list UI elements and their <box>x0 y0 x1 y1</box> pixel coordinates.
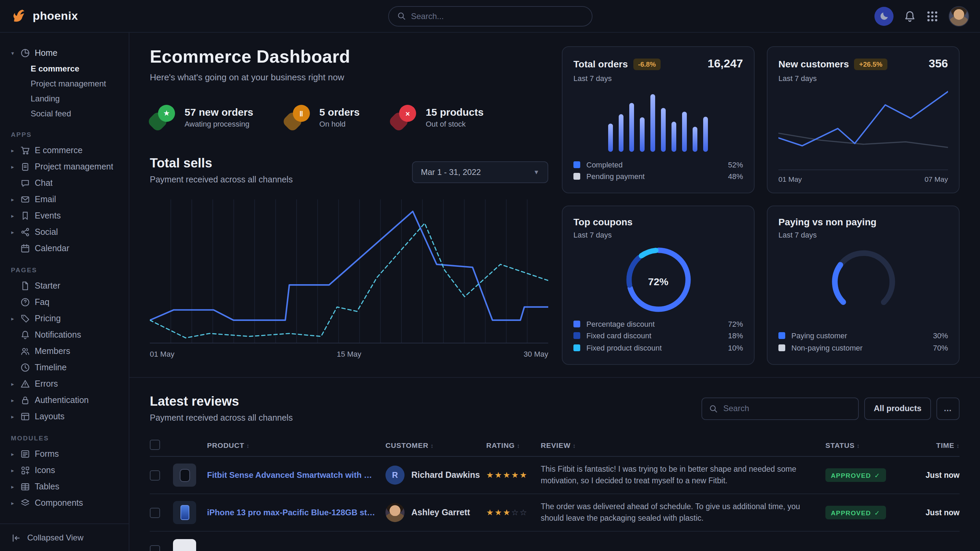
customer-name: Richard Dawkins <box>411 470 480 480</box>
sidebar-item-home[interactable]: ▾ Home <box>10 45 122 61</box>
review-text: The order was delivered ahead of schedul… <box>541 501 826 524</box>
all-products-filter-button[interactable]: All products <box>864 397 931 420</box>
theme-toggle-button[interactable] <box>875 6 894 25</box>
reviews-search[interactable] <box>702 397 859 420</box>
x-tick: 07 May <box>924 175 948 183</box>
sidebar-item-ecommerce-dashboard[interactable]: E commerce <box>31 61 122 76</box>
row-checkbox[interactable] <box>150 507 160 518</box>
sidebar-item-label: Tables <box>35 482 59 491</box>
sidebar-item-project-management-dashboard[interactable]: Project management <box>31 76 122 91</box>
question-icon <box>21 297 30 307</box>
reviews-search-input[interactable] <box>723 403 851 413</box>
total-orders-card: Total orders -6.8% 16,247 Last 7 days Co… <box>562 46 754 193</box>
product-thumbnail[interactable] <box>173 464 196 487</box>
date-range-select[interactable]: Mar 1 - 31, 2022 ▼ <box>412 161 548 183</box>
sidebar-item-calendar[interactable]: Calendar <box>10 240 122 257</box>
sidebar-item-ecommerce-app[interactable]: ▸ E commerce <box>10 142 122 159</box>
legend-value: 72% <box>728 320 743 328</box>
sidebar-item-tables[interactable]: ▸ Tables <box>10 478 122 495</box>
sidebar-item-errors[interactable]: ▸ Errors <box>10 376 122 392</box>
sidebar-item-project-management-app[interactable]: ▸ Project management <box>10 159 122 175</box>
sidebar-item-social[interactable]: ▸ Social <box>10 224 122 240</box>
column-header-rating[interactable]: RATING↕ <box>486 441 541 449</box>
sidebar-item-forms[interactable]: ▸ Forms <box>10 446 122 462</box>
column-header-product[interactable]: PRODUCT↕ <box>207 441 385 449</box>
sidebar-item-authentication[interactable]: ▸ Authentication <box>10 392 122 408</box>
reviews-subtitle: Payment received across all channels <box>150 413 293 423</box>
product-thumbnail[interactable] <box>173 539 196 551</box>
page-subtitle: Here's what's going on at your business … <box>150 72 548 83</box>
card-title: Paying vs non paying <box>778 216 877 227</box>
column-header-customer[interactable]: CUSTOMER↕ <box>385 441 486 449</box>
sidebar-item-label: Faq <box>35 297 49 307</box>
total-sells-header: Total sells Payment received across all … <box>150 156 548 184</box>
new-customers-card: New customers +26.5% 356 Last 7 days 01 … <box>767 46 959 193</box>
dashboard-top: Ecommerce Dashboard Here's what's going … <box>129 33 980 378</box>
app-window: phoenix ▾ Home <box>0 0 980 551</box>
select-all-checkbox[interactable] <box>150 440 160 450</box>
sidebar-item-layouts[interactable]: ▸ Layouts <box>10 408 122 425</box>
sidebar-item-components[interactable]: ▸ Components <box>10 495 122 511</box>
sidebar-item-pricing[interactable]: ▸ Pricing <box>10 310 122 327</box>
paying-gauge <box>778 245 948 322</box>
sidebar-item-chat[interactable]: Chat <box>10 175 122 191</box>
column-header-status[interactable]: STATUS↕ <box>826 441 910 449</box>
pause-icon: ‖ <box>293 105 310 122</box>
notifications-button[interactable] <box>904 10 916 22</box>
sidebar-item-landing[interactable]: Landing <box>31 91 122 106</box>
sidebar-item-social-feed[interactable]: Social feed <box>31 106 122 121</box>
time-cell: Just now <box>910 508 959 517</box>
product-link[interactable]: Fitbit Sense Advanced Smartwatch with To… <box>207 470 385 480</box>
more-options-button[interactable]: … <box>936 397 959 420</box>
section-label-apps: APPS <box>11 131 122 138</box>
pie-chart-icon <box>21 48 30 58</box>
apps-menu-button[interactable] <box>926 10 939 22</box>
user-avatar[interactable] <box>949 6 969 26</box>
new-customers-x-axis: 01 May 07 May <box>778 169 948 183</box>
global-search-input[interactable] <box>411 11 583 21</box>
sidebar-item-timeline[interactable]: Timeline <box>10 359 122 376</box>
sort-icon: ↕ <box>246 442 249 449</box>
product-thumbnail[interactable] <box>173 501 196 524</box>
brand-logo[interactable]: phoenix <box>11 8 78 24</box>
legend-label: Paying customer <box>791 332 847 340</box>
row-checkbox[interactable] <box>150 470 160 480</box>
product-link[interactable]: iPhone 13 pro max-Pacific Blue-128GB sto… <box>207 508 385 517</box>
users-icon <box>21 346 30 356</box>
legend-row: Completed 52% <box>573 159 743 170</box>
legend-value: 30% <box>933 332 948 340</box>
sidebar-item-icons[interactable]: ▸ Icons <box>10 462 122 478</box>
topbar: phoenix <box>0 0 980 33</box>
customer-cell[interactable]: R Richard Dawkins <box>385 465 486 484</box>
share-icon <box>21 227 30 237</box>
sidebar-item-starter[interactable]: Starter <box>10 278 122 294</box>
on-hold-icon: ‖ <box>285 104 310 130</box>
customer-cell[interactable]: Ashley Garrett <box>385 503 486 522</box>
x-tick: 30 May <box>524 350 548 358</box>
sidebar-item-email[interactable]: ▸ Email <box>10 191 122 208</box>
x-tick: 01 May <box>150 350 174 358</box>
stat-out-of-stock: × 15 products Out of stock <box>391 104 484 130</box>
column-header-review[interactable]: REVIEW↕ <box>541 441 826 449</box>
collapsed-view-toggle[interactable]: Collapsed View <box>0 524 129 551</box>
kpi-cards: Total orders -6.8% 16,247 Last 7 days Co… <box>562 46 959 364</box>
global-search[interactable] <box>388 6 592 26</box>
trend-badge: -6.8% <box>633 58 660 70</box>
stat-new-orders: ★ 57 new orders Awating processing <box>150 104 253 130</box>
new-customers-line-chart <box>778 89 948 168</box>
bell-icon <box>21 330 30 340</box>
bell-icon <box>904 10 916 22</box>
sidebar-item-members[interactable]: Members <box>10 343 122 359</box>
card-period: Last 7 days <box>778 231 948 239</box>
sidebar-item-faq[interactable]: Faq <box>10 294 122 310</box>
components-icon <box>21 498 30 508</box>
column-header-time[interactable]: TIME↕ <box>910 441 959 449</box>
sidebar-item-notifications[interactable]: Notifications <box>10 327 122 343</box>
sidebar-item-events[interactable]: ▸ Events <box>10 208 122 224</box>
layout-icon <box>21 412 30 421</box>
row-checkbox[interactable] <box>150 545 160 551</box>
reviews-title: Latest reviews <box>150 394 293 409</box>
legend-label: Non-paying customer <box>791 344 862 352</box>
smartwatch-image <box>180 468 190 481</box>
time-cell: Just now <box>910 471 959 479</box>
